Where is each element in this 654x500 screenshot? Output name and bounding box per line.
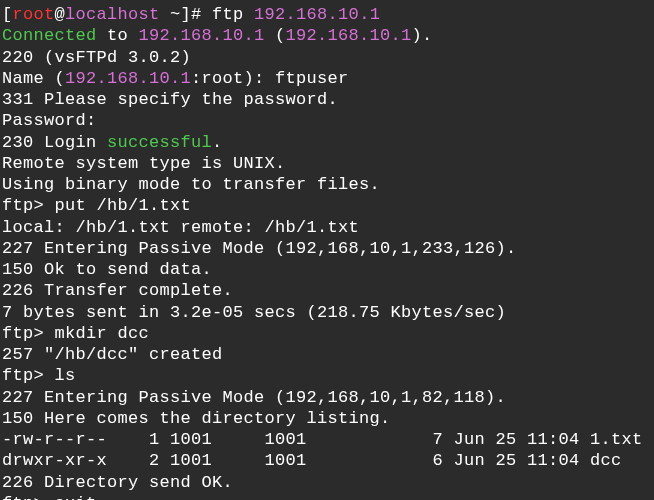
paren1: ( (265, 26, 286, 45)
put-cmd-line: ftp> put /hb/1.txt (2, 195, 652, 216)
ip2: 192.168.10.1 (286, 26, 412, 45)
rbracket: ]# (181, 5, 213, 24)
passive-1-line: 227 Entering Passive Mode (192,168,10,1,… (2, 238, 652, 259)
ip1: 192.168.10.1 (139, 26, 265, 45)
login-a: 230 Login (2, 133, 107, 152)
connected: Connected (2, 26, 97, 45)
local-remote-line: local: /hb/1.txt remote: /hb/1.txt (2, 217, 652, 238)
bytes-sent-line: 7 bytes sent in 3.2e-05 secs (218.75 Kby… (2, 302, 652, 323)
transfer-complete-line: 226 Transfer complete. (2, 280, 652, 301)
name-a: Name ( (2, 69, 65, 88)
prompt-line: [root@localhost ~]# ftp 192.168.10.1 (2, 4, 652, 25)
tilde: ~ (160, 5, 181, 24)
exit-cmd-line: ftp> exit (2, 493, 652, 500)
ok-send-line: 150 Ok to send data. (2, 259, 652, 280)
paren2: ). (412, 26, 433, 45)
dir-send-ok-line: 226 Directory send OK. (2, 472, 652, 493)
ip: 192.168.10.1 (254, 5, 380, 24)
ls-cmd-line: ftp> ls (2, 365, 652, 386)
user: root (13, 5, 55, 24)
binary-mode-line: Using binary mode to transfer files. (2, 174, 652, 195)
at: @ (55, 5, 66, 24)
password-line: Password: (2, 110, 652, 131)
to: to (97, 26, 139, 45)
login-c: . (212, 133, 223, 152)
cmd: ftp (212, 5, 254, 24)
name-ip: 192.168.10.1 (65, 69, 191, 88)
bracket: [ (2, 5, 13, 24)
remote-system-line: Remote system type is UNIX. (2, 153, 652, 174)
specify-pw-line: 331 Please specify the password. (2, 89, 652, 110)
file-entry-line: -rw-r--r-- 1 1001 1001 7 Jun 25 11:04 1.… (2, 429, 652, 450)
passive-2-line: 227 Entering Passive Mode (192,168,10,1,… (2, 387, 652, 408)
successful: successful (107, 133, 212, 152)
connected-line: Connected to 192.168.10.1 (192.168.10.1)… (2, 25, 652, 46)
name-line: Name (192.168.10.1:root): ftpuser (2, 68, 652, 89)
dir-listing-line: 150 Here comes the directory listing. (2, 408, 652, 429)
login-line: 230 Login successful. (2, 132, 652, 153)
mkdir-result-line: 257 "/hb/dcc" created (2, 344, 652, 365)
name-c: :root): ftpuser (191, 69, 349, 88)
mkdir-cmd-line: ftp> mkdir dcc (2, 323, 652, 344)
vsftpd-line: 220 (vsFTPd 3.0.2) (2, 47, 652, 68)
dir-entry-line: drwxr-xr-x 2 1001 1001 6 Jun 25 11:04 dc… (2, 450, 652, 471)
host: localhost (65, 5, 160, 24)
